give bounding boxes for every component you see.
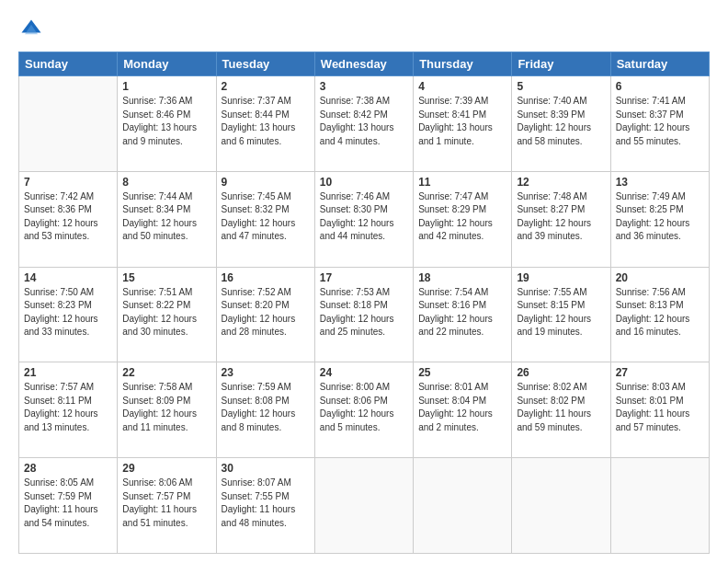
- day-info: Sunrise: 7:59 AM Sunset: 8:08 PM Dayligh…: [222, 381, 310, 434]
- day-info: Sunrise: 7:48 AM Sunset: 8:27 PM Dayligh…: [517, 190, 605, 244]
- calendar-cell: 15Sunrise: 7:51 AM Sunset: 8:22 PM Dayli…: [118, 267, 216, 362]
- day-info: Sunrise: 7:44 AM Sunset: 8:34 PM Dayligh…: [122, 190, 210, 244]
- day-info: Sunrise: 7:42 AM Sunset: 8:36 PM Dayligh…: [24, 190, 112, 244]
- page: SundayMondayTuesdayWednesdayThursdayFrid…: [0, 0, 728, 563]
- day-number: 3: [320, 80, 408, 93]
- day-number: 30: [222, 462, 310, 475]
- calendar-cell: 24Sunrise: 8:00 AM Sunset: 8:06 PM Dayli…: [314, 362, 413, 458]
- calendar-cell: 5Sunrise: 7:40 AM Sunset: 8:39 PM Daylig…: [512, 76, 610, 172]
- day-header-sunday: Sunday: [19, 52, 118, 76]
- day-number: 11: [418, 176, 506, 189]
- day-info: Sunrise: 7:39 AM Sunset: 8:41 PM Dayligh…: [418, 95, 506, 148]
- day-header-saturday: Saturday: [610, 52, 709, 76]
- day-info: Sunrise: 7:53 AM Sunset: 8:18 PM Dayligh…: [320, 286, 408, 339]
- week-row-4: 28Sunrise: 8:05 AM Sunset: 7:59 PM Dayli…: [19, 458, 710, 554]
- calendar-cell: 29Sunrise: 8:06 AM Sunset: 7:57 PM Dayli…: [118, 458, 216, 554]
- day-number: 2: [222, 80, 310, 93]
- day-info: Sunrise: 7:36 AM Sunset: 8:46 PM Dayligh…: [122, 95, 210, 148]
- day-number: 20: [616, 271, 704, 284]
- day-info: Sunrise: 7:38 AM Sunset: 8:42 PM Dayligh…: [320, 95, 408, 148]
- day-number: 6: [616, 80, 704, 93]
- calendar-cell: 7Sunrise: 7:42 AM Sunset: 8:36 PM Daylig…: [19, 171, 118, 267]
- week-row-3: 21Sunrise: 7:57 AM Sunset: 8:11 PM Dayli…: [19, 362, 710, 458]
- header: [18, 17, 710, 42]
- day-number: 17: [320, 271, 408, 284]
- calendar-cell: 20Sunrise: 7:56 AM Sunset: 8:13 PM Dayli…: [610, 267, 709, 362]
- calendar-cell: 19Sunrise: 7:55 AM Sunset: 8:15 PM Dayli…: [512, 267, 610, 362]
- day-info: Sunrise: 7:47 AM Sunset: 8:29 PM Dayligh…: [418, 190, 506, 244]
- day-info: Sunrise: 7:52 AM Sunset: 8:20 PM Dayligh…: [222, 286, 310, 339]
- calendar-cell: 8Sunrise: 7:44 AM Sunset: 8:34 PM Daylig…: [118, 171, 216, 267]
- day-number: 24: [320, 366, 408, 379]
- calendar-cell: 9Sunrise: 7:45 AM Sunset: 8:32 PM Daylig…: [216, 171, 314, 267]
- day-number: 4: [418, 80, 506, 93]
- day-number: 19: [517, 271, 605, 284]
- day-number: 25: [418, 366, 506, 379]
- day-header-wednesday: Wednesday: [314, 52, 413, 76]
- day-number: 7: [24, 176, 112, 189]
- day-number: 16: [222, 271, 310, 284]
- calendar-cell: 3Sunrise: 7:38 AM Sunset: 8:42 PM Daylig…: [314, 76, 413, 172]
- day-number: 18: [418, 271, 506, 284]
- day-info: Sunrise: 7:49 AM Sunset: 8:25 PM Dayligh…: [616, 190, 704, 244]
- day-number: 23: [222, 366, 310, 379]
- day-number: 12: [517, 176, 605, 189]
- calendar-cell: 21Sunrise: 7:57 AM Sunset: 8:11 PM Dayli…: [19, 362, 118, 458]
- day-info: Sunrise: 7:54 AM Sunset: 8:16 PM Dayligh…: [418, 286, 506, 339]
- calendar-cell: 10Sunrise: 7:46 AM Sunset: 8:30 PM Dayli…: [314, 171, 413, 267]
- day-info: Sunrise: 7:57 AM Sunset: 8:11 PM Dayligh…: [24, 381, 112, 434]
- day-number: 28: [24, 462, 112, 475]
- calendar-cell: [610, 458, 709, 554]
- day-info: Sunrise: 8:03 AM Sunset: 8:01 PM Dayligh…: [616, 381, 704, 434]
- day-number: 29: [122, 462, 210, 475]
- calendar-cell: 11Sunrise: 7:47 AM Sunset: 8:29 PM Dayli…: [414, 171, 512, 267]
- day-header-monday: Monday: [118, 52, 216, 76]
- calendar-cell: 23Sunrise: 7:59 AM Sunset: 8:08 PM Dayli…: [216, 362, 314, 458]
- day-header-tuesday: Tuesday: [216, 52, 314, 76]
- day-number: 13: [616, 176, 704, 189]
- logo: [18, 17, 48, 42]
- day-number: 27: [616, 366, 704, 379]
- day-info: Sunrise: 7:37 AM Sunset: 8:44 PM Dayligh…: [222, 95, 310, 148]
- day-info: Sunrise: 7:40 AM Sunset: 8:39 PM Dayligh…: [517, 95, 605, 148]
- calendar-cell: [19, 76, 118, 172]
- calendar-cell: 14Sunrise: 7:50 AM Sunset: 8:23 PM Dayli…: [19, 267, 118, 362]
- day-info: Sunrise: 8:00 AM Sunset: 8:06 PM Dayligh…: [320, 381, 408, 434]
- calendar-cell: 22Sunrise: 7:58 AM Sunset: 8:09 PM Dayli…: [118, 362, 216, 458]
- day-info: Sunrise: 8:01 AM Sunset: 8:04 PM Dayligh…: [418, 381, 506, 434]
- calendar-cell: 25Sunrise: 8:01 AM Sunset: 8:04 PM Dayli…: [414, 362, 512, 458]
- calendar-cell: 2Sunrise: 7:37 AM Sunset: 8:44 PM Daylig…: [216, 76, 314, 172]
- calendar-cell: 13Sunrise: 7:49 AM Sunset: 8:25 PM Dayli…: [610, 171, 709, 267]
- day-info: Sunrise: 8:07 AM Sunset: 7:55 PM Dayligh…: [222, 477, 310, 530]
- day-info: Sunrise: 7:45 AM Sunset: 8:32 PM Dayligh…: [222, 190, 310, 244]
- day-info: Sunrise: 8:02 AM Sunset: 8:02 PM Dayligh…: [517, 381, 605, 434]
- day-number: 10: [320, 176, 408, 189]
- calendar-cell: [512, 458, 610, 554]
- day-info: Sunrise: 7:41 AM Sunset: 8:37 PM Dayligh…: [616, 95, 704, 148]
- day-number: 22: [122, 366, 210, 379]
- day-number: 26: [517, 366, 605, 379]
- day-info: Sunrise: 8:05 AM Sunset: 7:59 PM Dayligh…: [24, 477, 112, 530]
- calendar-cell: 6Sunrise: 7:41 AM Sunset: 8:37 PM Daylig…: [610, 76, 709, 172]
- calendar-cell: [414, 458, 512, 554]
- day-info: Sunrise: 7:51 AM Sunset: 8:22 PM Dayligh…: [122, 286, 210, 339]
- calendar-header-row: SundayMondayTuesdayWednesdayThursdayFrid…: [19, 52, 710, 76]
- day-header-thursday: Thursday: [414, 52, 512, 76]
- day-info: Sunrise: 7:58 AM Sunset: 8:09 PM Dayligh…: [122, 381, 210, 434]
- day-info: Sunrise: 8:06 AM Sunset: 7:57 PM Dayligh…: [122, 477, 210, 530]
- calendar-cell: [314, 458, 413, 554]
- calendar-cell: 17Sunrise: 7:53 AM Sunset: 8:18 PM Dayli…: [314, 267, 413, 362]
- day-info: Sunrise: 7:46 AM Sunset: 8:30 PM Dayligh…: [320, 190, 408, 244]
- calendar-table: SundayMondayTuesdayWednesdayThursdayFrid…: [18, 52, 710, 554]
- day-number: 1: [122, 80, 210, 93]
- calendar-cell: 18Sunrise: 7:54 AM Sunset: 8:16 PM Dayli…: [414, 267, 512, 362]
- day-number: 5: [517, 80, 605, 93]
- day-number: 21: [24, 366, 112, 379]
- day-info: Sunrise: 7:56 AM Sunset: 8:13 PM Dayligh…: [616, 286, 704, 339]
- day-header-friday: Friday: [512, 52, 610, 76]
- calendar-cell: 26Sunrise: 8:02 AM Sunset: 8:02 PM Dayli…: [512, 362, 610, 458]
- calendar-cell: 28Sunrise: 8:05 AM Sunset: 7:59 PM Dayli…: [19, 458, 118, 554]
- week-row-0: 1Sunrise: 7:36 AM Sunset: 8:46 PM Daylig…: [19, 76, 710, 172]
- day-number: 8: [122, 176, 210, 189]
- logo-icon: [18, 17, 44, 42]
